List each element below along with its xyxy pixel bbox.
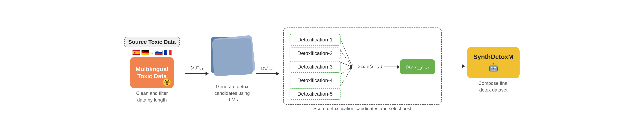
source-caption: Clean and filter data by length: [136, 90, 168, 103]
llm-section: LLM Generate detox candidates using LLMs: [210, 37, 254, 103]
arrow1-arrowhead: [206, 72, 209, 76]
svg-line-3: [340, 67, 352, 74]
biohazard-icon: ☣️: [162, 78, 172, 86]
arrow2-arrowhead: [276, 72, 279, 76]
scoring-inner-row: Detoxification-1 Detoxification-2 Detoxi…: [290, 34, 435, 100]
flag-es: 🇪🇸: [132, 49, 140, 56]
arrow3-group: [446, 64, 465, 68]
scoring-caption: Score detoxification candidates and sele…: [284, 106, 441, 111]
score-label: Score(xi; yi): [358, 63, 382, 70]
synth-caption-line1: Compose final: [478, 80, 508, 86]
arrow1-label: {xi}ni=1: [190, 64, 203, 71]
arrow2-group: {yi}ni=1: [256, 64, 279, 76]
synth-caption: Compose final detox dataset: [478, 80, 508, 93]
source-section: Source Toxic Data 🇪🇸 🇩🇪 ↓ 🇷🇺 🇫🇷 Multilin…: [124, 37, 180, 103]
detox-item-3: Detoxification-3: [290, 61, 340, 73]
best-label: {xi; yibest}ni=1: [406, 64, 429, 69]
source-toxic-data-label: Source Toxic Data: [124, 37, 180, 47]
llm-caption: Generate detox candidates using LLMs: [210, 83, 254, 103]
synth-caption-line2: detox dataset: [479, 87, 508, 92]
llm-stack: LLM: [210, 37, 254, 80]
diagram: Source Toxic Data 🇪🇸 🇩🇪 ↓ 🇷🇺 🇫🇷 Multilin…: [0, 0, 644, 140]
source-caption-line2: data by length: [137, 97, 167, 102]
synth-box: SynthDetoxM 🤖: [467, 47, 520, 78]
synth-section: SynthDetoxM 🤖 Compose final detox datase…: [467, 47, 520, 93]
synth-title: SynthDetoxM: [473, 53, 513, 60]
best-selection-box: {xi; yibest}ni=1: [400, 59, 435, 74]
score-arrowhead: [397, 65, 400, 69]
scoring-region: Detoxification-1 Detoxification-2 Detoxi…: [281, 28, 444, 105]
detox-item-4: Detoxification-4: [290, 75, 340, 86]
arrow2-hline: [256, 73, 276, 74]
flag-ru: 🇷🇺: [155, 49, 163, 56]
flag-row: 🇪🇸 🇩🇪 ↓ 🇷🇺 🇫🇷: [132, 49, 172, 56]
detox-item-5: Detoxification-5: [290, 88, 340, 100]
robot-icon: 🤖: [488, 62, 498, 72]
arrow2-line: [256, 72, 279, 76]
multilingual-toxic-data-box: Multilingual Toxic Data ☣️: [130, 57, 174, 88]
arrow1-line: [185, 72, 209, 76]
flag-fr: 🇫🇷: [164, 49, 172, 56]
llm-caption-line2: candidates using LLMs: [214, 90, 250, 102]
detox-item-1: Detoxification-1: [290, 34, 340, 46]
multilingual-title: Multilingual Toxic Data: [136, 66, 168, 80]
arrow3-arrowhead: [462, 64, 465, 68]
svg-line-4: [340, 67, 352, 86]
llm-caption-line1: Generate detox: [216, 84, 248, 89]
scoring-outer-box: Detoxification-1 Detoxification-2 Detoxi…: [283, 28, 442, 105]
arrow1-hline: [185, 73, 206, 74]
detox-item-2: Detoxification-2: [290, 48, 340, 59]
multilingual-line1: Multilingual: [136, 66, 168, 72]
llm-card-back2: [212, 38, 253, 76]
down-arrow-flags: ↓: [151, 49, 154, 56]
source-caption-line1: Clean and filter: [136, 90, 168, 96]
multilingual-line2: Toxic Data: [137, 73, 167, 79]
arrow2-label: {yi}ni=1: [261, 64, 274, 71]
score-hline: [384, 67, 397, 67]
arrow1-group: {xi}ni=1: [185, 64, 209, 76]
score-box: Score(xi; yi): [358, 63, 382, 70]
flag-de: 🇩🇪: [141, 49, 149, 56]
arrow3-hline: [446, 66, 462, 66]
score-to-best-arrow: [384, 65, 400, 69]
detox-list: Detoxification-1 Detoxification-2 Detoxi…: [290, 34, 340, 100]
dashed-arrows-svg: [340, 34, 356, 100]
arrow3-line: [446, 64, 465, 68]
